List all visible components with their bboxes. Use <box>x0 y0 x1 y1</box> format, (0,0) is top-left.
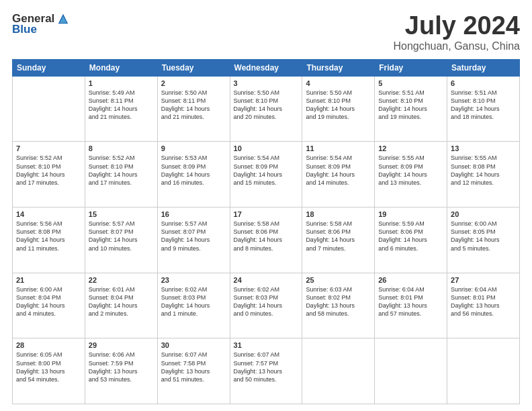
calendar-header-friday: Friday <box>375 59 447 76</box>
day-number: 14 <box>16 210 81 218</box>
day-info: Sunrise: 5:57 AM Sunset: 8:07 PM Dayligh… <box>161 220 226 253</box>
day-number: 8 <box>89 144 154 152</box>
day-info: Sunrise: 5:51 AM Sunset: 8:10 PM Dayligh… <box>378 89 443 122</box>
calendar-cell: 8Sunrise: 5:52 AM Sunset: 8:10 PM Daylig… <box>85 142 157 208</box>
day-info: Sunrise: 6:00 AM Sunset: 8:04 PM Dayligh… <box>16 285 81 318</box>
calendar-header-monday: Monday <box>85 59 157 76</box>
calendar-cell: 4Sunrise: 5:50 AM Sunset: 8:10 PM Daylig… <box>302 76 375 142</box>
calendar-cell: 10Sunrise: 5:54 AM Sunset: 8:09 PM Dayli… <box>230 142 302 208</box>
title-block: July 2024 Hongchuan, Gansu, China <box>393 12 520 52</box>
day-info: Sunrise: 6:01 AM Sunset: 8:04 PM Dayligh… <box>89 285 154 318</box>
calendar-week-row-1: 7Sunrise: 5:52 AM Sunset: 8:10 PM Daylig… <box>13 142 520 208</box>
page: General Blue July 2024 Hongchuan, Gansu,… <box>0 0 532 411</box>
day-number: 18 <box>306 210 371 218</box>
day-number: 22 <box>89 276 154 284</box>
calendar-cell: 1Sunrise: 5:49 AM Sunset: 8:11 PM Daylig… <box>85 76 157 142</box>
day-number: 26 <box>378 276 443 284</box>
day-number: 28 <box>16 341 81 349</box>
day-number: 16 <box>161 210 226 218</box>
calendar-cell: 14Sunrise: 5:56 AM Sunset: 8:08 PM Dayli… <box>13 208 85 273</box>
calendar-cell: 12Sunrise: 5:55 AM Sunset: 8:09 PM Dayli… <box>375 142 447 208</box>
calendar-cell: 17Sunrise: 5:58 AM Sunset: 8:06 PM Dayli… <box>230 208 302 273</box>
day-info: Sunrise: 6:00 AM Sunset: 8:05 PM Dayligh… <box>451 220 516 253</box>
calendar-cell: 16Sunrise: 5:57 AM Sunset: 8:07 PM Dayli… <box>157 208 230 273</box>
calendar-cell: 18Sunrise: 5:58 AM Sunset: 8:06 PM Dayli… <box>302 208 375 273</box>
day-number: 30 <box>161 341 226 349</box>
day-number: 7 <box>16 144 81 152</box>
day-info: Sunrise: 5:51 AM Sunset: 8:10 PM Dayligh… <box>451 89 516 122</box>
day-number: 13 <box>451 144 516 152</box>
calendar-cell: 2Sunrise: 5:50 AM Sunset: 8:11 PM Daylig… <box>157 76 230 142</box>
day-info: Sunrise: 6:06 AM Sunset: 7:59 PM Dayligh… <box>89 351 154 383</box>
calendar-header-thursday: Thursday <box>302 59 375 76</box>
day-info: Sunrise: 6:02 AM Sunset: 8:03 PM Dayligh… <box>234 285 299 318</box>
calendar-cell: 20Sunrise: 6:00 AM Sunset: 8:05 PM Dayli… <box>447 208 520 273</box>
calendar-cell: 22Sunrise: 6:01 AM Sunset: 8:04 PM Dayli… <box>85 273 157 338</box>
day-info: Sunrise: 5:57 AM Sunset: 8:07 PM Dayligh… <box>89 220 154 253</box>
day-info: Sunrise: 5:55 AM Sunset: 8:08 PM Dayligh… <box>451 154 516 187</box>
calendar-week-row-2: 14Sunrise: 5:56 AM Sunset: 8:08 PM Dayli… <box>13 208 520 273</box>
day-number: 2 <box>161 79 226 87</box>
day-number: 29 <box>89 341 154 349</box>
calendar-header-sunday: Sunday <box>13 59 85 76</box>
calendar-cell: 5Sunrise: 5:51 AM Sunset: 8:10 PM Daylig… <box>375 76 447 142</box>
day-number: 17 <box>234 210 299 218</box>
calendar-cell: 27Sunrise: 6:04 AM Sunset: 8:01 PM Dayli… <box>447 273 520 338</box>
day-info: Sunrise: 6:04 AM Sunset: 8:01 PM Dayligh… <box>378 285 443 318</box>
day-number: 9 <box>161 144 226 152</box>
day-info: Sunrise: 5:50 AM Sunset: 8:10 PM Dayligh… <box>234 89 299 122</box>
day-info: Sunrise: 5:50 AM Sunset: 8:10 PM Dayligh… <box>306 89 371 122</box>
day-number: 21 <box>16 276 81 284</box>
calendar-cell: 31Sunrise: 6:07 AM Sunset: 7:57 PM Dayli… <box>230 338 302 404</box>
day-number: 20 <box>451 210 516 218</box>
calendar-header-saturday: Saturday <box>447 59 520 76</box>
day-info: Sunrise: 5:59 AM Sunset: 8:06 PM Dayligh… <box>378 220 443 253</box>
day-number: 24 <box>234 276 299 284</box>
calendar-cell: 13Sunrise: 5:55 AM Sunset: 8:08 PM Dayli… <box>447 142 520 208</box>
day-info: Sunrise: 5:54 AM Sunset: 8:09 PM Dayligh… <box>234 154 299 187</box>
day-number: 11 <box>306 144 371 152</box>
calendar-week-row-3: 21Sunrise: 6:00 AM Sunset: 8:04 PM Dayli… <box>13 273 520 338</box>
calendar-week-row-0: 1Sunrise: 5:49 AM Sunset: 8:11 PM Daylig… <box>13 76 520 142</box>
calendar-cell: 28Sunrise: 6:05 AM Sunset: 8:00 PM Dayli… <box>13 338 85 404</box>
day-info: Sunrise: 6:02 AM Sunset: 8:03 PM Dayligh… <box>161 285 226 318</box>
day-info: Sunrise: 5:52 AM Sunset: 8:10 PM Dayligh… <box>16 154 81 187</box>
day-info: Sunrise: 6:07 AM Sunset: 7:57 PM Dayligh… <box>234 351 299 383</box>
calendar-header-row: SundayMondayTuesdayWednesdayThursdayFrid… <box>13 59 520 76</box>
day-number: 1 <box>89 79 154 87</box>
header: General Blue July 2024 Hongchuan, Gansu,… <box>12 12 520 52</box>
day-number: 19 <box>378 210 443 218</box>
day-number: 3 <box>234 79 299 87</box>
day-info: Sunrise: 5:58 AM Sunset: 8:06 PM Dayligh… <box>306 220 371 253</box>
logo-blue: Blue <box>12 23 37 36</box>
day-info: Sunrise: 5:52 AM Sunset: 8:10 PM Dayligh… <box>89 154 154 187</box>
day-number: 23 <box>161 276 226 284</box>
main-title: July 2024 <box>393 12 520 40</box>
calendar-cell: 3Sunrise: 5:50 AM Sunset: 8:10 PM Daylig… <box>230 76 302 142</box>
day-info: Sunrise: 5:53 AM Sunset: 8:09 PM Dayligh… <box>161 154 226 187</box>
day-info: Sunrise: 6:05 AM Sunset: 8:00 PM Dayligh… <box>16 351 81 383</box>
day-number: 31 <box>234 341 299 349</box>
calendar-cell: 23Sunrise: 6:02 AM Sunset: 8:03 PM Dayli… <box>157 273 230 338</box>
day-number: 25 <box>306 276 371 284</box>
calendar-cell <box>447 338 520 404</box>
day-info: Sunrise: 5:56 AM Sunset: 8:08 PM Dayligh… <box>16 220 81 253</box>
logo-icon <box>57 13 69 25</box>
day-info: Sunrise: 6:03 AM Sunset: 8:02 PM Dayligh… <box>306 285 371 318</box>
calendar-cell: 21Sunrise: 6:00 AM Sunset: 8:04 PM Dayli… <box>13 273 85 338</box>
calendar-cell: 6Sunrise: 5:51 AM Sunset: 8:10 PM Daylig… <box>447 76 520 142</box>
day-info: Sunrise: 6:07 AM Sunset: 7:58 PM Dayligh… <box>161 351 226 383</box>
calendar-header-wednesday: Wednesday <box>230 59 302 76</box>
calendar-cell: 15Sunrise: 5:57 AM Sunset: 8:07 PM Dayli… <box>85 208 157 273</box>
calendar-cell: 26Sunrise: 6:04 AM Sunset: 8:01 PM Dayli… <box>375 273 447 338</box>
day-info: Sunrise: 6:04 AM Sunset: 8:01 PM Dayligh… <box>451 285 516 318</box>
calendar-table: SundayMondayTuesdayWednesdayThursdayFrid… <box>12 59 520 404</box>
calendar-cell: 25Sunrise: 6:03 AM Sunset: 8:02 PM Dayli… <box>302 273 375 338</box>
subtitle: Hongchuan, Gansu, China <box>393 40 520 52</box>
calendar-cell: 9Sunrise: 5:53 AM Sunset: 8:09 PM Daylig… <box>157 142 230 208</box>
calendar-cell: 29Sunrise: 6:06 AM Sunset: 7:59 PM Dayli… <box>85 338 157 404</box>
calendar-cell <box>302 338 375 404</box>
day-info: Sunrise: 5:49 AM Sunset: 8:11 PM Dayligh… <box>89 89 154 122</box>
calendar-cell: 7Sunrise: 5:52 AM Sunset: 8:10 PM Daylig… <box>13 142 85 208</box>
day-number: 5 <box>378 79 443 87</box>
